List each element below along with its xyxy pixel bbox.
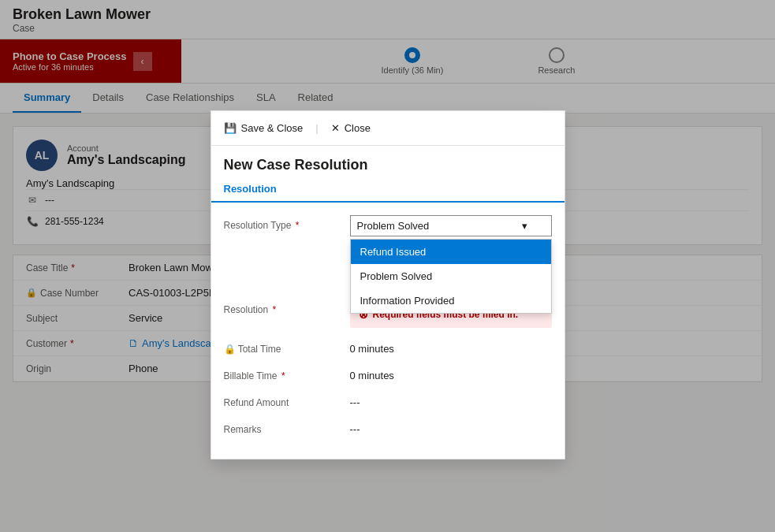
- billable-time-control: 0 minutes: [350, 366, 552, 381]
- modal-overlay: 💾 Save & Close | ✕ Close New Case Resolu…: [0, 0, 775, 532]
- modal-toolbar: 💾 Save & Close | ✕ Close: [211, 111, 564, 146]
- new-case-resolution-modal: 💾 Save & Close | ✕ Close New Case Resolu…: [211, 110, 565, 459]
- billable-time-label: Billable Time *: [224, 366, 350, 381]
- resolution-type-dropdown: Refund Issued Problem Solved Information…: [350, 239, 552, 314]
- total-time-control: 0 minutes: [350, 339, 552, 355]
- resolution-type-select[interactable]: Problem Solved ▾: [350, 215, 552, 236]
- save-close-button[interactable]: 💾 Save & Close: [224, 119, 304, 137]
- refund-amount-label: Refund Amount: [224, 392, 350, 408]
- modal-tab-resolution[interactable]: Resolution: [224, 177, 277, 203]
- field-row-billable-time: Billable Time * 0 minutes: [224, 366, 552, 381]
- save-icon: 💾: [224, 122, 237, 134]
- modal-tabs: Resolution: [211, 177, 564, 203]
- field-row-remarks: Remarks ---: [224, 419, 552, 435]
- dropdown-chevron-icon: ▾: [522, 220, 527, 232]
- lock-icon-total: 🔒: [224, 344, 236, 355]
- total-time-value: 0 minutes: [350, 339, 552, 355]
- field-row-refund-amount: Refund Amount ---: [224, 392, 552, 408]
- refund-amount-control: ---: [350, 392, 552, 408]
- remarks-value: ---: [350, 419, 552, 435]
- resolution-required: *: [273, 304, 277, 315]
- remarks-label: Remarks: [224, 419, 350, 435]
- field-row-resolution-type: Resolution Type * Problem Solved ▾ Refun…: [224, 215, 552, 236]
- close-button[interactable]: ✕ Close: [331, 119, 371, 137]
- resolution-type-required: *: [296, 220, 300, 231]
- modal-body: Resolution Type * Problem Solved ▾ Refun…: [211, 203, 564, 459]
- refund-amount-value: ---: [350, 392, 552, 408]
- billable-time-value: 0 minutes: [350, 366, 552, 381]
- dropdown-item-problem-solved[interactable]: Problem Solved: [351, 264, 551, 288]
- resolution-type-control: Problem Solved ▾ Refund Issued Problem S…: [350, 215, 552, 236]
- total-time-label: 🔒 Total Time: [224, 339, 350, 355]
- dropdown-item-refund-issued[interactable]: Refund Issued: [351, 240, 551, 264]
- resolution-label: Resolution *: [224, 299, 350, 315]
- toolbar-separator: |: [315, 122, 318, 134]
- field-row-total-time: 🔒 Total Time 0 minutes: [224, 339, 552, 355]
- remarks-control: ---: [350, 419, 552, 435]
- dropdown-item-information-provided[interactable]: Information Provided: [351, 288, 551, 313]
- close-icon: ✕: [331, 122, 340, 134]
- billable-time-required: *: [281, 370, 285, 381]
- resolution-type-label: Resolution Type *: [224, 215, 350, 231]
- modal-title: New Case Resolution: [211, 146, 564, 177]
